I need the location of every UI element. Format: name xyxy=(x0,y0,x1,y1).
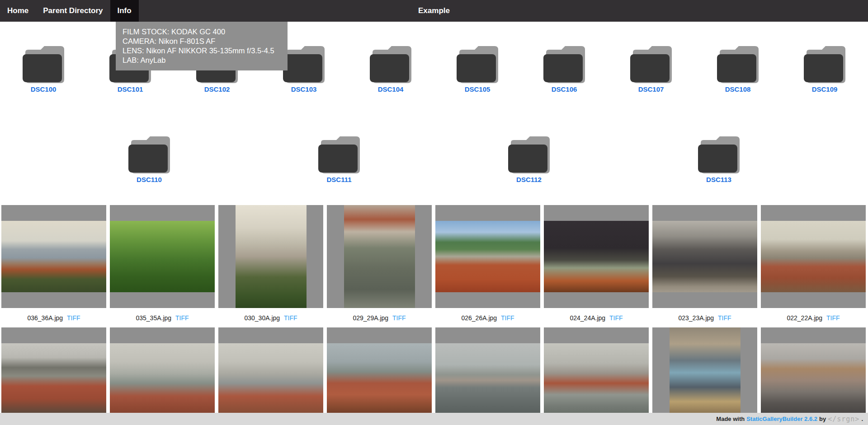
thumb-photo[interactable] xyxy=(1,343,106,415)
thumb-cell[interactable] xyxy=(652,205,757,308)
folder-link[interactable]: DSC108 xyxy=(725,85,751,93)
folder-icon[interactable] xyxy=(128,135,170,173)
thumb-label: 023_23A.jpg TIFF xyxy=(652,314,757,322)
tiff-link[interactable]: TIFF xyxy=(175,314,189,322)
folder-icon[interactable] xyxy=(804,45,845,83)
tiff-link[interactable]: TIFF xyxy=(609,314,623,322)
thumb-photo[interactable] xyxy=(1,221,106,292)
footer-srgn-logo[interactable]: </srgn> xyxy=(828,415,859,423)
thumb-photo[interactable] xyxy=(110,221,215,292)
folder-item[interactable]: DSC110 xyxy=(54,135,244,184)
folder-icon[interactable] xyxy=(508,135,550,173)
folder-link[interactable]: DSC113 xyxy=(706,176,731,184)
thumb-cell[interactable] xyxy=(218,327,323,425)
thumb-label: 026_26A.jpg TIFF xyxy=(435,314,540,322)
thumb-cell[interactable] xyxy=(327,327,432,425)
thumb-cell[interactable] xyxy=(327,205,432,308)
folder-item[interactable]: DSC109 xyxy=(781,45,868,93)
nav-info-tab[interactable]: Info xyxy=(110,0,139,22)
tiff-link[interactable]: TIFF xyxy=(501,314,514,322)
folder-icon[interactable] xyxy=(717,45,759,83)
folder-item[interactable]: DSC113 xyxy=(624,135,814,184)
thumb-photo[interactable] xyxy=(544,221,649,292)
info-tooltip: FILM STOCK: KODAK GC 400 CAMERA: Nikon F… xyxy=(116,22,288,70)
folder-item[interactable]: DSC107 xyxy=(608,45,694,93)
thumb-photo[interactable] xyxy=(435,343,540,415)
folder-link[interactable]: DSC102 xyxy=(204,85,230,93)
thumb-photo[interactable] xyxy=(652,221,757,292)
tiff-link[interactable]: TIFF xyxy=(67,314,80,322)
thumb-row-1 xyxy=(0,205,868,308)
filename-text: 036_36A.jpg xyxy=(27,314,63,322)
thumb-photo[interactable] xyxy=(761,343,866,415)
thumb-photo[interactable] xyxy=(327,343,432,415)
folder-icon[interactable] xyxy=(698,135,740,173)
folder-item[interactable]: DSC111 xyxy=(244,135,434,184)
thumb-label: 035_35A.jpg TIFF xyxy=(110,314,215,322)
thumb-photo[interactable] xyxy=(344,205,415,308)
tooltip-line: LAB: AnyLab xyxy=(123,56,281,65)
folder-icon[interactable] xyxy=(630,45,672,83)
thumb-label: 029_29A.jpg TIFF xyxy=(327,314,432,322)
thumb-cell[interactable] xyxy=(652,327,757,425)
folder-link[interactable]: DSC110 xyxy=(137,176,162,184)
gallery-content: DSC100 DSC101 xyxy=(0,45,868,425)
folder-link[interactable]: DSC111 xyxy=(326,176,351,184)
nav-parent-directory-link[interactable]: Parent Directory xyxy=(36,0,110,22)
folder-link[interactable]: DSC100 xyxy=(31,85,57,93)
footer-bar: Made with StaticGalleryBuilder 2.6.2 by … xyxy=(0,413,868,425)
folder-item[interactable]: DSC108 xyxy=(694,45,781,93)
folder-link[interactable]: DSC112 xyxy=(516,176,542,184)
thumb-cell[interactable] xyxy=(1,205,106,308)
thumb-cell[interactable] xyxy=(544,205,649,308)
filename-text: 029_29A.jpg xyxy=(353,314,388,322)
folder-link[interactable]: DSC106 xyxy=(552,85,577,93)
thumbnail-grid: 036_36A.jpg TIFF 035_35A.jpg TIFF 030_30… xyxy=(0,205,868,425)
tiff-link[interactable]: TIFF xyxy=(284,314,297,322)
thumb-cell[interactable] xyxy=(761,205,866,308)
folder-icon[interactable] xyxy=(457,45,498,83)
page-title: Example xyxy=(418,0,450,22)
folder-item[interactable]: DSC112 xyxy=(434,135,624,184)
folder-icon[interactable] xyxy=(370,45,411,83)
footer-period: . xyxy=(861,416,863,422)
thumb-cell[interactable] xyxy=(435,205,540,308)
folder-item[interactable]: DSC106 xyxy=(521,45,608,93)
folder-icon[interactable] xyxy=(23,45,64,83)
thumb-cell[interactable] xyxy=(110,205,215,308)
thumb-photo[interactable] xyxy=(110,343,215,415)
tooltip-line: FILM STOCK: KODAK GC 400 xyxy=(123,27,281,37)
footer-builder-link[interactable]: StaticGalleryBuilder 2.6.2 xyxy=(746,416,817,422)
thumb-cell[interactable] xyxy=(1,327,106,425)
folder-link[interactable]: DSC103 xyxy=(291,85,317,93)
thumb-cell[interactable] xyxy=(544,327,649,425)
thumb-photo[interactable] xyxy=(435,221,540,292)
nav-home-link[interactable]: Home xyxy=(0,0,36,22)
thumb-cell[interactable] xyxy=(435,327,540,425)
folder-icon[interactable] xyxy=(283,45,325,83)
thumb-photo[interactable] xyxy=(218,343,323,415)
thumb-cell[interactable] xyxy=(110,327,215,425)
footer-by-text: by xyxy=(819,416,826,422)
thumb-photo[interactable] xyxy=(761,221,866,292)
folder-icon[interactable] xyxy=(318,135,360,173)
folder-item[interactable]: DSC105 xyxy=(434,45,521,93)
folder-icon[interactable] xyxy=(543,45,585,83)
folder-link[interactable]: DSC109 xyxy=(812,85,838,93)
thumb-photo[interactable] xyxy=(236,205,307,308)
folder-item[interactable]: DSC104 xyxy=(347,45,434,93)
folder-link[interactable]: DSC107 xyxy=(638,85,664,93)
tiff-link[interactable]: TIFF xyxy=(826,314,840,322)
folder-item[interactable]: DSC100 xyxy=(0,45,87,93)
tiff-link[interactable]: TIFF xyxy=(392,314,406,322)
thumb-cell[interactable] xyxy=(218,205,323,308)
folder-link[interactable]: DSC105 xyxy=(465,85,491,93)
tiff-link[interactable]: TIFF xyxy=(718,314,731,322)
thumb-cell[interactable] xyxy=(761,327,866,425)
folder-link[interactable]: DSC104 xyxy=(378,85,404,93)
thumb-label: 022_22A.jpg TIFF xyxy=(761,314,866,322)
folder-link[interactable]: DSC101 xyxy=(118,85,143,93)
thumb-photo[interactable] xyxy=(544,343,649,415)
thumb-photo[interactable] xyxy=(670,327,741,425)
footer-made-with-text: Made with xyxy=(716,416,745,422)
